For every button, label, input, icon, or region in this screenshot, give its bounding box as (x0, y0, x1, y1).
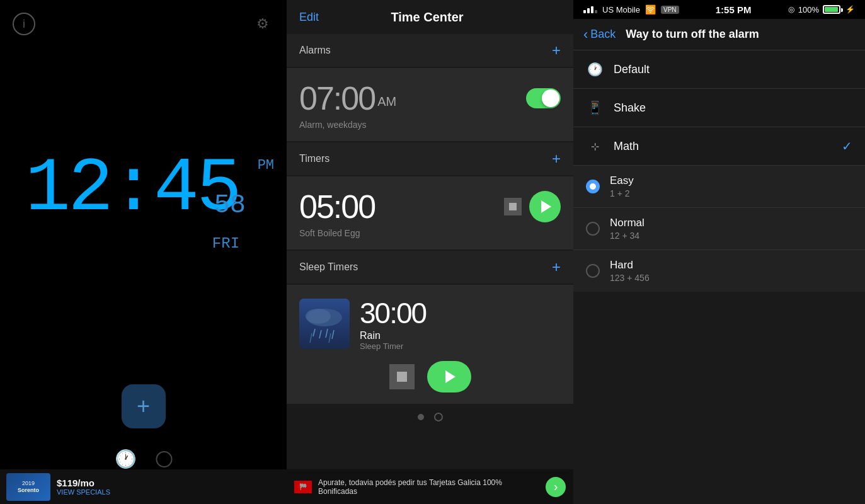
option-math[interactable]: ⊹ Math ✓ (573, 127, 865, 166)
sleep-timer-time: 30:00 (360, 296, 561, 330)
sleep-timer-sublabel: Sleep Timer (360, 341, 561, 351)
right-panel: US Mobile 🛜 VPN 1:55 PM ◎ 100% ⚡ ‹ Back … (573, 0, 865, 504)
hard-radio-button[interactable] (586, 264, 600, 278)
ad-arrow-button[interactable]: › (546, 477, 566, 497)
status-bar: US Mobile 🛜 VPN 1:55 PM ◎ 100% ⚡ (573, 0, 865, 19)
alarm-time: 07:00AM (299, 79, 396, 117)
clock-day: FRI (212, 235, 239, 252)
back-label: Back (590, 28, 616, 41)
left-panel: i ⚙ 12:45 PM 58 FRI + 🕐 2019 Sorento $11… (0, 0, 287, 504)
option-math-label: Math (614, 140, 832, 153)
dot-2[interactable] (434, 413, 443, 421)
hard-desc: 123 + 456 (610, 273, 852, 283)
sleep-play-icon (445, 370, 455, 383)
sleep-timers-section-header: Sleep Timers + (287, 251, 573, 284)
left-ad-banner: 2019 Sorento $119/mo VIEW SPECIALS (0, 469, 287, 504)
timer-stop-button[interactable] (504, 198, 522, 215)
alarms-label: Alarms (299, 45, 331, 56)
stop-icon (509, 203, 517, 210)
math-icon: ⊹ (586, 137, 604, 155)
sub-item-normal[interactable]: Normal 12 + 34 (573, 208, 865, 250)
timer-card: 05:00 Soft Boiled Egg (287, 176, 573, 249)
clock-tab-icon[interactable]: 🕐 (115, 449, 137, 469)
toggle-knob (542, 89, 559, 107)
sleep-stop-button[interactable] (389, 364, 415, 389)
ad-content: $119/mo VIEW SPECIALS (57, 478, 110, 496)
phone-icon: 📱 (586, 99, 604, 117)
normal-desc: 12 + 34 (610, 231, 852, 241)
right-nav: ‹ Back Way to turn off the alarm (573, 19, 865, 50)
bar-2 (587, 8, 590, 13)
center-panel: Edit Time Center Alarms + 07:00AM Alarm,… (287, 0, 573, 504)
bottom-tabs: 🕐 (115, 449, 172, 469)
status-left: US Mobile 🛜 VPN (583, 4, 679, 14)
settings-button[interactable]: ⚙ (251, 13, 274, 35)
edit-button[interactable]: Edit (299, 11, 319, 24)
add-button[interactable]: + (122, 384, 166, 428)
sub-item-easy[interactable]: Easy 1 + 2 (573, 166, 865, 208)
vpn-badge: VPN (661, 6, 679, 14)
option-shake-label: Shake (614, 101, 852, 115)
sleep-stop-icon (397, 372, 407, 382)
easy-label: Easy (610, 175, 852, 187)
hard-label: Hard (610, 259, 852, 272)
info-button[interactable]: i (13, 13, 35, 35)
center-ad-banner: 🏁 Apurate, todavia podés pedir tus Tarje… (287, 469, 573, 504)
page-dots (287, 405, 573, 429)
clock-seconds: 58 (214, 190, 246, 220)
alarms-add-button[interactable]: + (552, 42, 561, 59)
sleep-timers-add-button[interactable]: + (552, 258, 561, 276)
battery-percent: 100% (798, 5, 819, 14)
sleep-controls (299, 361, 561, 392)
math-checkmark-icon: ✓ (842, 139, 852, 154)
center-header: Edit Time Center (287, 0, 573, 34)
sleep-image (299, 299, 350, 349)
ad-flag-icon: 🏁 (294, 481, 312, 493)
normal-radio-button[interactable] (586, 222, 600, 236)
play-icon (541, 200, 551, 213)
hard-content: Hard 123 + 456 (610, 259, 852, 283)
timer-play-button[interactable] (529, 191, 561, 222)
option-shake[interactable]: 📱 Shake (573, 89, 865, 127)
alarm-toggle[interactable] (526, 88, 561, 108)
back-chevron-icon: ‹ (583, 26, 588, 43)
clock-period: PM (258, 158, 274, 173)
center-scroll: Alarms + 07:00AM Alarm, weekdays Timers … (287, 34, 573, 469)
nav-title: Way to turn off the alarm (626, 28, 855, 41)
sleep-card: 30:00 Rain Sleep Timer (287, 285, 573, 404)
back-button[interactable]: ‹ Back (583, 26, 616, 43)
option-default[interactable]: 🕐 Default (573, 50, 865, 89)
wifi-icon: 🛜 (645, 4, 656, 14)
ad-banner-text: Apurate, todavia podés pedir tus Tarjeta… (318, 478, 539, 496)
status-time: 1:55 PM (716, 4, 752, 15)
timer-time: 05:00 (299, 188, 375, 226)
timers-label: Timers (299, 153, 329, 164)
sub-item-hard[interactable]: Hard 123 + 456 (573, 250, 865, 292)
timer-controls (504, 191, 561, 222)
alarm-card: 07:00AM Alarm, weekdays (287, 68, 573, 141)
normal-content: Normal 12 + 34 (610, 217, 852, 241)
svg-point-2 (306, 309, 331, 324)
radio-dot (590, 183, 596, 190)
easy-desc: 1 + 2 (610, 188, 852, 198)
battery-icon (823, 5, 840, 14)
clock-display: 12:45 PM 58 FRI (25, 151, 239, 227)
timers-add-button[interactable]: + (552, 150, 561, 168)
list-tab-icon[interactable] (156, 451, 172, 467)
alarm-clock-icon: 🕐 (586, 60, 604, 78)
bar-1 (583, 10, 586, 13)
clock-time: 12:45 (25, 146, 239, 232)
math-sub-list: Easy 1 + 2 Normal 12 + 34 Hard 123 + 456 (573, 166, 865, 292)
alarm-description: Alarm, weekdays (299, 120, 561, 130)
sleep-timer-name: Rain (360, 330, 561, 341)
sleep-play-button[interactable] (427, 361, 471, 392)
bar-3 (591, 6, 593, 13)
signal-bars-icon (583, 6, 597, 13)
dot-1[interactable] (418, 414, 424, 420)
timer-label: Soft Boiled Egg (299, 228, 561, 238)
sleep-info: 30:00 Rain Sleep Timer (360, 296, 561, 351)
alarms-section-header: Alarms + (287, 34, 573, 67)
easy-radio-button[interactable] (586, 180, 600, 193)
bar-4 (595, 10, 597, 13)
rain-image (299, 299, 350, 349)
